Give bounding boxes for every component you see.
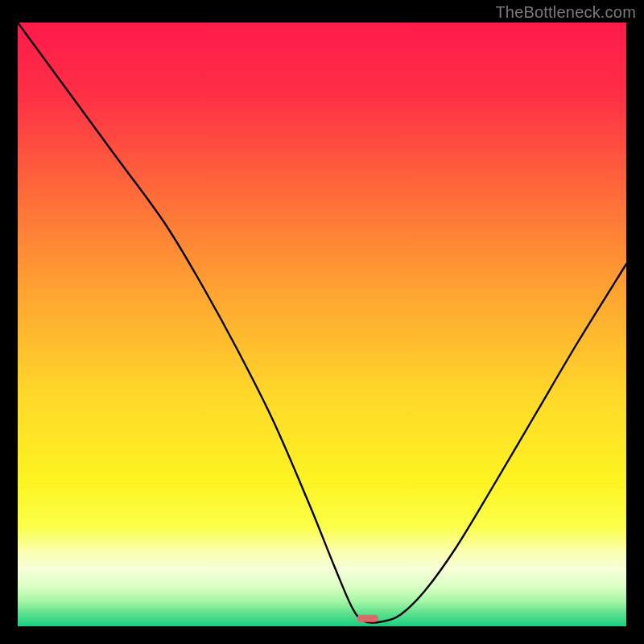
bottleneck-chart bbox=[0, 0, 644, 644]
chart-frame: { "watermark": "TheBottleneck.com", "plo… bbox=[0, 0, 644, 644]
optimal-marker bbox=[357, 615, 378, 622]
